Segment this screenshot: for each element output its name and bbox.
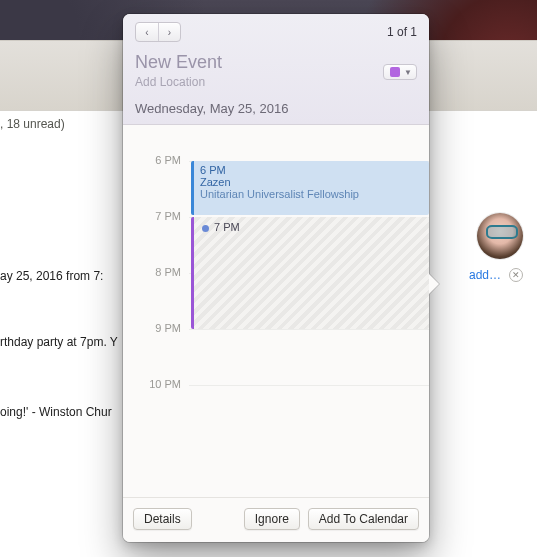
timeline-area[interactable]: 6 PM 7 PM 8 PM 9 PM 10 PM 6 PM [123,125,429,497]
event-location-text: Unitarian Universalist Fellowship [200,188,423,200]
event-date: Wednesday, May 25, 2016 [135,101,417,116]
suggested-event-dot-icon [202,225,209,232]
sender-avatar [477,213,523,259]
suggested-event-block[interactable]: 7 PM [191,217,429,329]
suggested-event-start-time: 7 PM [214,221,240,233]
hour-gridline [189,385,429,386]
hour-label: 6 PM [123,154,181,166]
hour-label: 8 PM [123,266,181,278]
popover-tail [429,274,439,294]
ignore-button[interactable]: Ignore [244,508,300,530]
mail-date-fragment: ay 25, 2016 from 7: [0,269,103,283]
calendar-picker[interactable]: ▼ [383,64,417,80]
mailbox-unread-count: , 18 unread) [0,117,65,131]
nav-pair: ‹ › [135,22,181,42]
event-name: Zazen [200,176,423,188]
chevron-down-icon: ▼ [404,68,412,77]
add-to-calendar-button[interactable]: Add To Calendar [308,508,419,530]
calendar-color-swatch [390,67,400,77]
details-button[interactable]: Details [133,508,192,530]
popover-header: ‹ › 1 of 1 New Event Add Location ▼ Wedn… [123,14,429,125]
mail-body-fragment-1: rthday party at 7pm. Y [0,335,118,349]
add-link[interactable]: add… [469,268,501,282]
next-button[interactable]: › [158,23,180,41]
page-indicator: 1 of 1 [387,25,417,39]
dismiss-banner-button[interactable]: ✕ [509,268,523,282]
popover-footer: Details Ignore Add To Calendar [123,497,429,542]
chevron-right-icon: › [168,27,171,38]
event-start-time: 6 PM [200,164,423,176]
event-popover: ‹ › 1 of 1 New Event Add Location ▼ Wedn… [123,14,429,542]
event-location-input[interactable]: Add Location [135,75,417,89]
prev-button[interactable]: ‹ [136,23,158,41]
hour-label: 10 PM [123,378,181,390]
event-title-input[interactable]: New Event [135,52,417,73]
mail-body-fragment-2: oing!' - Winston Chur [0,405,112,419]
hour-label: 9 PM [123,322,181,334]
chevron-left-icon: ‹ [145,27,148,38]
timeline: 6 PM 7 PM 8 PM 9 PM 10 PM 6 PM [123,125,429,497]
hour-gridline [189,329,429,330]
hour-label: 7 PM [123,210,181,222]
existing-event-block[interactable]: 6 PM Zazen Unitarian Universalist Fellow… [191,161,429,215]
